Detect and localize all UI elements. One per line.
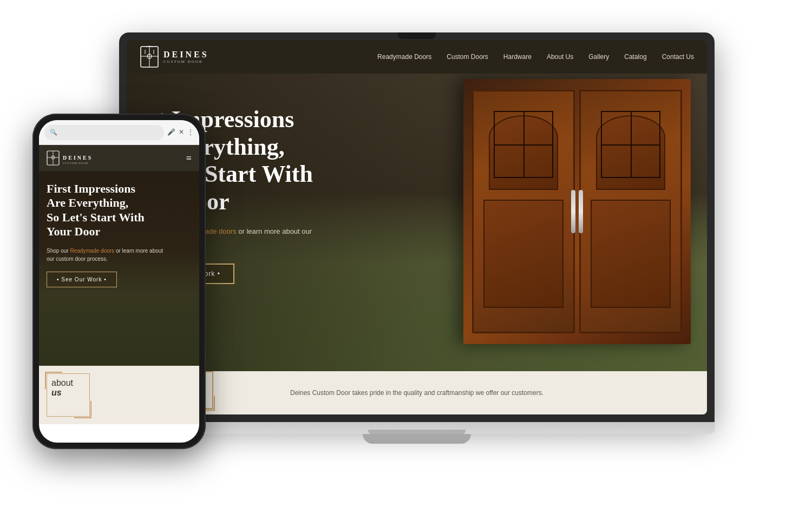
- laptop-logo-text: DEINES CUSTOM DOOR: [163, 50, 209, 64]
- door-panel-left: [472, 90, 575, 333]
- laptop-body: DEINES CUSTOM DOOR Readymade Doors Custo…: [119, 32, 715, 422]
- laptop-logo-sub: CUSTOM DOOR: [163, 60, 209, 64]
- phone-see-work-button[interactable]: • See Our Work •: [47, 272, 117, 287]
- phone-subtext-prefix: Shop our: [47, 248, 69, 254]
- nav-item-catalog[interactable]: Catalog: [624, 53, 646, 61]
- door-panel-right: [579, 90, 682, 333]
- phone-h2: Are Everything,: [47, 196, 128, 209]
- nav-item-custom[interactable]: Custom Doors: [447, 53, 488, 61]
- phone-device: 🔍 🎤 ✕ ⋮: [32, 114, 206, 449]
- phone-readymade-link[interactable]: Readymade doors: [70, 248, 114, 254]
- browser-icons: 🎤 ✕ ⋮: [167, 128, 194, 136]
- phone-hero-content: First Impressions Are Everything, So Let…: [47, 182, 163, 287]
- phone-search-bar[interactable]: 🔍: [44, 125, 164, 140]
- laptop-device: DEINES CUSTOM DOOR Readymade Doors Custo…: [119, 32, 715, 465]
- about-box: about us: [47, 373, 90, 417]
- phone-h1: First Impressions: [47, 182, 135, 195]
- below-hero: Deines Custom Door takes pride in the qu…: [127, 371, 707, 414]
- laptop-screen: DEINES CUSTOM DOOR Readymade Doors Custo…: [127, 40, 707, 414]
- close-icon[interactable]: ✕: [179, 128, 184, 136]
- mic-icon[interactable]: 🎤: [167, 128, 175, 136]
- nav-item-about[interactable]: About Us: [547, 53, 573, 61]
- phone-site-header: DEINES CUSTOM DOOR ≡: [39, 145, 199, 171]
- laptop-site-header: DEINES CUSTOM DOOR Readymade Doors Custo…: [127, 40, 707, 74]
- scene: DEINES CUSTOM DOOR Readymade Doors Custo…: [0, 0, 812, 507]
- laptop-stand: [363, 434, 471, 444]
- nav-item-gallery[interactable]: Gallery: [588, 53, 609, 61]
- hero-subtext-suffix: or learn more about our: [238, 227, 312, 235]
- laptop-base: [119, 422, 715, 434]
- logo-icon: [140, 45, 159, 68]
- phone-screen: 🔍 🎤 ✕ ⋮: [39, 120, 199, 443]
- phone-hero-headline: First Impressions Are Everything, So Let…: [47, 182, 163, 239]
- phone-h4: Your Door: [47, 225, 100, 238]
- about-italic: us: [51, 388, 62, 397]
- phone-subtext-line2: our custom door process.: [47, 256, 108, 262]
- below-hero-text: Deines Custom Door takes pride in the qu…: [290, 389, 543, 397]
- phone-subtext: Shop our Readymade doors or learn more a…: [47, 247, 163, 263]
- nav-item-contact[interactable]: Contact Us: [662, 53, 694, 61]
- iron-grate-left: [494, 111, 553, 178]
- door-image: [463, 79, 691, 344]
- phone-hero: First Impressions Are Everything, So Let…: [39, 171, 199, 366]
- door-handle-left: [571, 190, 575, 233]
- phone-logo: DEINES CUSTOM DOOR: [47, 150, 93, 166]
- phone-body: 🔍 🎤 ✕ ⋮: [32, 114, 206, 449]
- hamburger-menu-icon[interactable]: ≡: [186, 153, 192, 164]
- about-text: about us: [47, 374, 89, 402]
- phone-h3: So Let's Start With: [47, 210, 145, 224]
- iron-grate-right: [601, 111, 660, 178]
- nav-item-readymade[interactable]: Readymade Doors: [377, 53, 431, 61]
- phone-logo-icon: [47, 150, 60, 166]
- laptop-hero: st Impressions e Everything, Let's Start…: [127, 74, 707, 371]
- phone-logo-text-block: DEINES CUSTOM DOOR: [63, 152, 93, 164]
- laptop-logo: DEINES CUSTOM DOOR: [140, 45, 209, 68]
- phone-logo-sub: CUSTOM DOOR: [63, 162, 93, 164]
- about-word: about: [51, 378, 73, 387]
- menu-icon[interactable]: ⋮: [187, 128, 194, 136]
- phone-logo-name: DEINES: [63, 155, 93, 161]
- search-icon: 🔍: [50, 129, 57, 136]
- laptop-nav: Readymade Doors Custom Doors Hardware Ab…: [377, 53, 694, 61]
- about-label: about us: [51, 378, 85, 398]
- nav-item-hardware[interactable]: Hardware: [503, 53, 532, 61]
- door-handle-right: [579, 190, 583, 233]
- door-visual: [463, 79, 691, 344]
- phone-browser-bar: 🔍 🎤 ✕ ⋮: [39, 120, 199, 145]
- phone-subtext-suffix: or learn more about: [116, 248, 163, 254]
- laptop-logo-name: DEINES: [163, 50, 209, 60]
- laptop-notch: [398, 32, 436, 39]
- phone-below-hero: about us: [39, 366, 199, 424]
